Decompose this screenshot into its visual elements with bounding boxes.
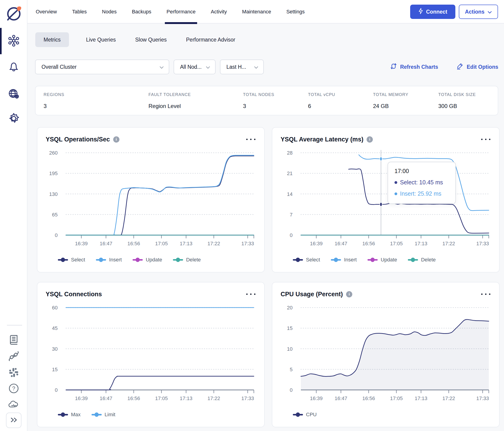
subtab-slow-queries[interactable]: Slow Queries [133, 37, 169, 43]
svg-text:28: 28 [287, 150, 293, 156]
ysql-operations-chart[interactable]: 26019513065016:3916:4716:5617:0517:1317:… [46, 147, 257, 247]
tab-tables[interactable]: Tables [72, 0, 87, 24]
sidebar-item-cloud-status[interactable] [8, 399, 20, 411]
help-icon: ? [8, 382, 20, 395]
legend-item-max[interactable]: Max [58, 412, 81, 418]
svg-text:45: 45 [52, 325, 58, 331]
svg-text:16:56: 16:56 [127, 241, 140, 247]
svg-text:17:13: 17:13 [180, 241, 192, 247]
legend-item-delete[interactable]: Delete [173, 257, 201, 263]
legend-label: Max [71, 412, 81, 418]
svg-text:17:22: 17:22 [207, 241, 220, 247]
legend-item-select[interactable]: Select [58, 257, 85, 263]
legend-item-delete[interactable]: Delete [408, 257, 436, 263]
tab-maintenance[interactable]: Maintenance [242, 0, 271, 24]
svg-text:17:22: 17:22 [442, 241, 455, 247]
tab-nodes[interactable]: Nodes [102, 0, 117, 24]
legend-item-limit[interactable]: Limit [91, 412, 115, 418]
svg-text:17:05: 17:05 [390, 241, 403, 247]
chart-menu-button[interactable] [481, 292, 491, 296]
chart-card-ysql-connections: YSQL Connections 60453015016:3916:4716:5… [37, 282, 265, 427]
sidebar-item-help[interactable]: ? [8, 383, 20, 395]
select-dot-icon [395, 181, 397, 184]
legend-item-update[interactable]: Update [132, 257, 162, 263]
legend-label: Update [146, 257, 162, 263]
legend-label: Delete [186, 257, 201, 263]
legend-item-update[interactable]: Update [367, 257, 397, 263]
tab-overview[interactable]: Overview [36, 0, 57, 24]
tab-backups[interactable]: Backups [132, 0, 151, 24]
pencil-icon [457, 63, 463, 71]
legend-marker-icon [293, 257, 303, 262]
actions-button[interactable]: Actions [459, 5, 498, 19]
chart-card-cpu-usage: CPU Usage (Percent) i 2015105016:3916:47… [272, 282, 500, 427]
tooltip-time: 17:00 [395, 168, 449, 174]
refresh-charts-button[interactable]: Refresh Charts [390, 63, 438, 71]
tab-performance[interactable]: Performance [166, 0, 196, 24]
legend-label: Select [306, 257, 320, 263]
chart-title: YSQL Operations/Sec [46, 136, 110, 143]
ysql-latency-chart[interactable]: 2821147016:3916:4716:5617:0517:1317:2217… [281, 147, 492, 247]
svg-text:16:39: 16:39 [310, 395, 323, 401]
sidebar-expand-button[interactable] [6, 413, 21, 428]
refresh-icon [390, 63, 397, 71]
ysql-connections-chart[interactable]: 60453015016:3916:4716:5617:0517:1317:221… [46, 302, 257, 402]
app-logo[interactable] [5, 5, 23, 22]
tab-settings[interactable]: Settings [286, 0, 305, 24]
cpu-usage-chart[interactable]: 2015105016:3916:4716:5617:0517:1317:2217… [281, 302, 492, 402]
svg-text:0: 0 [290, 232, 293, 238]
chart-title: CPU Usage (Percent) [281, 291, 343, 298]
chart-menu-button[interactable] [246, 137, 256, 141]
legend-marker-icon [91, 412, 102, 417]
chart-tooltip: 17:00 Select: 10.45 ms Insert: 25.92 ms [387, 162, 456, 204]
svg-text:16:39: 16:39 [75, 241, 88, 247]
info-icon[interactable]: i [367, 136, 373, 143]
chart-menu-button[interactable] [481, 137, 491, 141]
slack-icon [8, 367, 20, 380]
legend-item-insert[interactable]: Insert [331, 257, 357, 263]
chart-card-ysql-latency: YSQL Average Latency (ms) i 2821147016:3… [272, 127, 500, 273]
tab-activity[interactable]: Activity [211, 0, 227, 24]
sidebar-item-docs[interactable] [8, 334, 20, 346]
info-icon[interactable]: i [113, 136, 119, 143]
subtab-performance-advisor[interactable]: Performance Advisor [184, 37, 237, 43]
legend-label: Delete [421, 257, 436, 263]
chart-menu-button[interactable] [246, 292, 256, 296]
legend-item-cpu[interactable]: CPU [293, 412, 316, 418]
sidebar-item-alerts[interactable] [8, 61, 20, 73]
svg-text:?: ? [12, 385, 15, 392]
sidebar-item-integrations[interactable] [8, 350, 20, 363]
chart-legend: MaxLimit [58, 412, 115, 418]
sidebar-item-slack[interactable] [8, 367, 20, 379]
chevron-down-icon [254, 64, 258, 70]
svg-text:17:33: 17:33 [241, 241, 254, 247]
nodes-dropdown[interactable]: All Nod... [174, 60, 216, 74]
connect-button[interactable]: Connect [410, 5, 455, 19]
legend-label: Insert [344, 257, 357, 263]
time-range-dropdown[interactable]: Last H... [220, 60, 264, 74]
cluster-scope-dropdown[interactable]: Overall Cluster [35, 60, 169, 74]
sidebar-item-settings[interactable] [8, 113, 20, 125]
info-icon[interactable]: i [346, 291, 352, 297]
svg-text:17:33: 17:33 [476, 241, 489, 247]
legend-item-insert[interactable]: Insert [96, 257, 122, 263]
metrics-filters: Overall Cluster All Nod... Last H... [35, 60, 264, 74]
sidebar-item-clusters[interactable] [8, 35, 20, 47]
sidebar-item-network[interactable] [8, 88, 20, 100]
cluster-summary-card: REGIONS3 FAULT TOLERANCERegion Level TOT… [35, 86, 498, 115]
svg-text:16:47: 16:47 [99, 395, 112, 401]
edit-options-button[interactable]: Edit Options [457, 63, 498, 71]
subtab-metrics[interactable]: Metrics [35, 32, 69, 47]
svg-text:5: 5 [290, 367, 293, 372]
svg-text:16:47: 16:47 [334, 241, 347, 247]
main-content: Overview Tables Nodes Backups Performanc… [27, 0, 504, 431]
svg-text:17:13: 17:13 [415, 395, 427, 401]
legend-marker-icon [58, 257, 68, 262]
chevron-down-icon [160, 64, 164, 70]
subtab-live-queries[interactable]: Live Queries [84, 37, 118, 43]
svg-text:16:56: 16:56 [127, 395, 140, 401]
chart-card-ysql-operations: YSQL Operations/Sec i 26019513065016:391… [37, 127, 265, 273]
legend-label: CPU [306, 412, 316, 418]
legend-item-select[interactable]: Select [293, 257, 320, 263]
svg-text:30: 30 [52, 346, 58, 352]
